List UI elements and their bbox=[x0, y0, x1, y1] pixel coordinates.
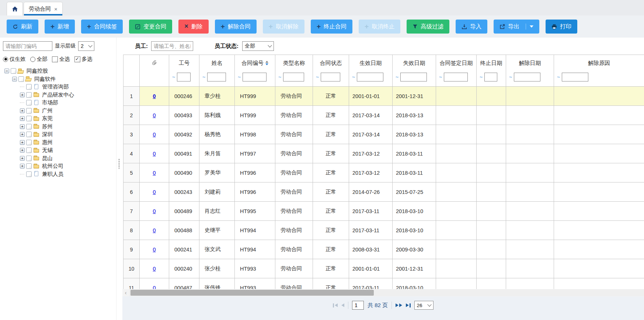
column-header[interactable]: 合同编号 ~ bbox=[235, 55, 275, 87]
tree-node-label[interactable]: 深圳 bbox=[42, 131, 53, 138]
tree-checkbox[interactable] bbox=[26, 147, 32, 153]
sidebar-splitter[interactable] bbox=[116, 38, 122, 320]
tree-node[interactable]: 管理咨询部 bbox=[3, 83, 116, 91]
expand-toggle-icon[interactable] bbox=[20, 108, 25, 113]
employee-status-select[interactable]: 全部 bbox=[242, 41, 274, 51]
tree-node[interactable]: 兼职人员 bbox=[3, 170, 116, 178]
attachment-count-link[interactable]: 0 bbox=[153, 208, 156, 214]
tree-checkbox[interactable] bbox=[26, 124, 32, 129]
column-filter-input[interactable] bbox=[400, 73, 427, 81]
tab-home[interactable] bbox=[7, 2, 23, 15]
expand-toggle-icon[interactable] bbox=[20, 140, 25, 145]
table-row[interactable]: 2 0 000493 陈利娥 HT999 劳动合同 正常 2017-03-14 … bbox=[123, 106, 644, 125]
column-header[interactable]: 失效日期 ~ bbox=[393, 55, 436, 87]
attachment-count-link[interactable]: 0 bbox=[153, 112, 156, 118]
tree-node[interactable]: 无锡 bbox=[3, 146, 116, 154]
all-radio[interactable] bbox=[30, 57, 35, 62]
tree-checkbox[interactable] bbox=[26, 116, 32, 121]
attachment-count-link[interactable]: 0 bbox=[153, 189, 156, 195]
expand-toggle-icon[interactable] bbox=[4, 69, 9, 73]
attachment-count-link[interactable]: 0 bbox=[153, 247, 156, 253]
renew-contract-button[interactable]: + 合同续签 bbox=[81, 20, 123, 34]
dept-code-input[interactable] bbox=[3, 41, 52, 51]
table-row[interactable]: 8 0 000488 史继平 HT994 劳动合同 正常 2017-03-11 … bbox=[123, 221, 644, 240]
print-button[interactable]: 打印 bbox=[546, 20, 577, 34]
column-header[interactable]: 合同状态 ~ bbox=[313, 55, 349, 87]
table-row[interactable]: 7 0 000489 肖志红 HT995 劳动合同 正常 2017-03-11 … bbox=[123, 202, 644, 221]
column-header[interactable]: 类型名称 ~ bbox=[275, 55, 313, 87]
expand-toggle-icon[interactable] bbox=[20, 100, 25, 105]
tree-node[interactable]: 惠州 bbox=[3, 139, 116, 147]
tree-node-label[interactable]: 东莞 bbox=[42, 115, 53, 122]
column-filter-input[interactable] bbox=[321, 73, 340, 81]
import-button[interactable]: 导入 bbox=[456, 20, 487, 34]
level-select[interactable]: 2 bbox=[78, 41, 94, 51]
tree-checkbox[interactable] bbox=[26, 171, 32, 177]
scrollbar-track[interactable] bbox=[129, 289, 644, 296]
advanced-filter-button[interactable]: 高级过滤 bbox=[407, 20, 449, 34]
tree-checkbox[interactable] bbox=[26, 140, 32, 145]
sort-icon[interactable] bbox=[265, 61, 268, 65]
tree-checkbox[interactable] bbox=[26, 100, 32, 105]
tab-close-icon[interactable]: × bbox=[54, 6, 58, 12]
expand-toggle-icon[interactable] bbox=[20, 172, 25, 177]
tree-node-label[interactable]: 昆山 bbox=[42, 155, 53, 162]
tree-node-label[interactable]: 管理咨询部 bbox=[42, 83, 69, 90]
tree-node[interactable]: 同鑫软件 bbox=[3, 75, 116, 83]
expand-toggle-icon[interactable] bbox=[20, 84, 25, 89]
tree-node[interactable]: 杭州公司 bbox=[3, 162, 116, 170]
tree-checkbox[interactable] bbox=[26, 84, 32, 90]
column-filter-input[interactable] bbox=[562, 73, 588, 81]
tree-node[interactable]: 市场部 bbox=[3, 99, 116, 107]
tree-checkbox[interactable] bbox=[26, 156, 32, 161]
tree-checkbox[interactable] bbox=[18, 76, 24, 82]
next-page-button[interactable] bbox=[396, 303, 402, 307]
column-header[interactable]: 合同签定日期 ~ bbox=[436, 55, 477, 87]
terminate-contract-button[interactable]: + 终止合同 bbox=[311, 20, 352, 34]
tree-node-label[interactable]: 杭州公司 bbox=[42, 163, 63, 170]
page-size-select[interactable]: 26 bbox=[414, 301, 434, 310]
column-filter-input[interactable] bbox=[484, 73, 497, 81]
tree-node[interactable]: 广州 bbox=[3, 107, 116, 115]
tree-node-label[interactable]: 同鑫控股 bbox=[27, 67, 48, 74]
tree-node-label[interactable]: 市场部 bbox=[42, 99, 58, 106]
table-row[interactable]: 5 0 000490 罗美华 HT996 劳动合同 正常 2017-03-12 … bbox=[123, 163, 644, 182]
expand-toggle-icon[interactable] bbox=[20, 124, 25, 129]
column-filter-input[interactable] bbox=[514, 73, 540, 81]
tree-node[interactable]: 产品研发中心 bbox=[3, 91, 116, 99]
tree-node-label[interactable]: 无锡 bbox=[42, 147, 53, 154]
expand-toggle-icon[interactable] bbox=[12, 77, 17, 81]
column-header[interactable]: 生效日期 ~ bbox=[349, 55, 393, 87]
last-page-button[interactable] bbox=[406, 303, 411, 307]
export-dropdown[interactable] bbox=[526, 24, 533, 29]
column-filter-input[interactable] bbox=[207, 73, 226, 81]
table-row[interactable]: 11 0 000487 张伟锋 HT993 劳动合同 正常 2017-03-11… bbox=[123, 278, 644, 289]
attachment-count-link[interactable]: 0 bbox=[153, 151, 156, 157]
attachment-count-link[interactable]: 0 bbox=[153, 170, 156, 176]
table-row[interactable]: 9 0 000241 张文武 HT994 劳动合同 正常 2008-03-31 … bbox=[123, 240, 644, 259]
only-effective-radio[interactable] bbox=[3, 57, 8, 62]
expand-toggle-icon[interactable] bbox=[20, 156, 25, 161]
column-header[interactable]: 姓名 ~ bbox=[199, 55, 235, 87]
expand-toggle-icon[interactable] bbox=[20, 93, 25, 97]
attachment-count-link[interactable]: 0 bbox=[153, 93, 156, 99]
tree-checkbox[interactable] bbox=[26, 92, 32, 98]
page-number-input[interactable] bbox=[352, 301, 364, 310]
select-all-checkbox[interactable] bbox=[52, 56, 58, 62]
tree-node-label[interactable]: 同鑫软件 bbox=[34, 76, 56, 83]
scroll-left-arrow-icon[interactable]: ‹ bbox=[122, 290, 129, 296]
expand-toggle-icon[interactable] bbox=[20, 132, 25, 137]
attachment-count-link[interactable]: 0 bbox=[153, 285, 156, 289]
column-header[interactable]: 终止日期 ~ bbox=[477, 55, 506, 87]
tab-labor-contract[interactable]: 劳动合同 × bbox=[24, 2, 63, 15]
attachment-count-link[interactable]: 0 bbox=[153, 227, 156, 233]
export-button[interactable]: 导出 bbox=[494, 20, 539, 34]
employee-search-input[interactable] bbox=[151, 41, 193, 51]
tree-node[interactable]: 同鑫控股 bbox=[3, 67, 116, 75]
column-header[interactable]: 解除日期 ~ bbox=[506, 55, 554, 87]
column-filter-input[interactable] bbox=[357, 73, 383, 81]
scrollbar-thumb[interactable] bbox=[130, 290, 374, 296]
tree-checkbox[interactable] bbox=[26, 108, 32, 114]
tree-node-label[interactable]: 苏州 bbox=[42, 123, 53, 130]
table-row[interactable]: 6 0 000243 刘建莉 HT996 劳动合同 正常 2014-07-26 … bbox=[123, 182, 644, 202]
